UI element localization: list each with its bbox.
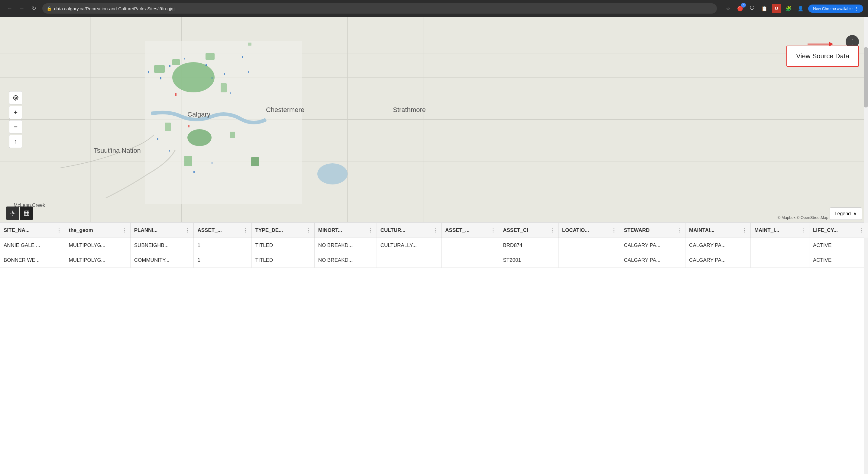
profile-button[interactable]: 👤 bbox=[796, 4, 805, 13]
col-menu-locatio[interactable]: ⋮ bbox=[612, 228, 616, 233]
svg-rect-20 bbox=[230, 132, 235, 138]
col-menu-cultur[interactable]: ⋮ bbox=[433, 228, 438, 233]
header-row: SITE_NA... ⋮ the_geom ⋮ PLANNI... bbox=[0, 223, 868, 238]
svg-rect-13 bbox=[154, 65, 165, 73]
col-menu-minort[interactable]: ⋮ bbox=[368, 228, 373, 233]
address-bar[interactable]: 🔒 data.calgary.ca/Recreation-and-Culture… bbox=[42, 3, 717, 13]
legend-chevron-icon: ∧ bbox=[853, 211, 857, 216]
cell-maintai: CALGARY PA... bbox=[685, 238, 751, 253]
svg-rect-17 bbox=[206, 53, 215, 60]
zoom-in-button[interactable]: + bbox=[9, 106, 22, 119]
svg-rect-27 bbox=[206, 64, 207, 66]
new-chrome-button[interactable]: New Chrome available ⋮ bbox=[808, 4, 863, 13]
svg-rect-30 bbox=[230, 92, 230, 94]
svg-rect-31 bbox=[242, 56, 243, 58]
svg-rect-16 bbox=[221, 83, 227, 92]
cell-steward: CALGARY PA... bbox=[620, 238, 685, 253]
map-controls: + − ↑ bbox=[9, 91, 22, 148]
col-menu-asset-1[interactable]: ⋮ bbox=[243, 228, 248, 233]
map-view-toggle bbox=[6, 206, 33, 220]
cell-planni: SUBNEIGHB... bbox=[130, 238, 194, 253]
col-life-cy[interactable]: LIFE_CY... ⋮ bbox=[809, 223, 868, 238]
svg-rect-34 bbox=[169, 150, 170, 151]
col-site-name[interactable]: SITE_NA... ⋮ bbox=[0, 223, 65, 238]
cell-type-de: TITLED bbox=[251, 238, 314, 253]
reload-button[interactable]: ↻ bbox=[29, 4, 39, 13]
chrome-menu-dots: ⋮ bbox=[855, 6, 858, 11]
cell-maint-i bbox=[750, 253, 809, 268]
table-body: ANNIE GALE ... MULTIPOLYG... SUBNEIGHB..… bbox=[0, 238, 868, 268]
col-asset-ci[interactable]: ASSET_CI ⋮ bbox=[499, 223, 558, 238]
col-locatio[interactable]: LOCATIO... ⋮ bbox=[558, 223, 620, 238]
svg-rect-18 bbox=[184, 156, 192, 166]
col-menu-the-geom[interactable]: ⋮ bbox=[122, 228, 127, 233]
col-asset-2[interactable]: ASSET_... ⋮ bbox=[441, 223, 499, 238]
col-menu-maint-i[interactable]: ⋮ bbox=[801, 228, 805, 233]
puzzle-button[interactable]: 🧩 bbox=[784, 4, 793, 13]
forward-button[interactable]: → bbox=[17, 4, 27, 13]
cell-asset-1: 1 bbox=[194, 238, 251, 253]
legend-label: Legend bbox=[835, 211, 851, 216]
ublock-button[interactable]: U bbox=[772, 4, 781, 13]
col-maint-i[interactable]: MAINT_I... ⋮ bbox=[750, 223, 809, 238]
col-minort[interactable]: MINORT... ⋮ bbox=[314, 223, 377, 238]
north-button[interactable]: ↑ bbox=[9, 135, 22, 148]
legend-button[interactable]: Legend ∧ bbox=[830, 207, 862, 220]
col-menu-type-de[interactable]: ⋮ bbox=[306, 228, 311, 233]
svg-rect-25 bbox=[169, 65, 170, 67]
data-table: SITE_NA... ⋮ the_geom ⋮ PLANNI... bbox=[0, 223, 868, 268]
col-menu-asset-ci[interactable]: ⋮ bbox=[550, 228, 555, 233]
cell-maintai: CALGARY PA... bbox=[685, 253, 751, 268]
col-menu-site-name[interactable]: ⋮ bbox=[57, 228, 61, 233]
cell-life-cy: ACTIVE bbox=[809, 253, 868, 268]
svg-rect-14 bbox=[172, 59, 180, 65]
cell-asset-2 bbox=[441, 238, 499, 253]
col-menu-life-cy[interactable]: ⋮ bbox=[859, 228, 864, 233]
col-menu-asset-2[interactable]: ⋮ bbox=[491, 228, 495, 233]
svg-rect-19 bbox=[165, 123, 171, 131]
svg-point-42 bbox=[12, 212, 13, 214]
cell-asset-ci: ST2001 bbox=[499, 253, 558, 268]
star-button[interactable]: ☆ bbox=[723, 4, 733, 13]
svg-point-12 bbox=[172, 62, 215, 92]
svg-rect-39 bbox=[248, 42, 251, 45]
col-asset-1[interactable]: ASSET_... ⋮ bbox=[194, 223, 251, 238]
svg-point-15 bbox=[187, 129, 212, 146]
svg-point-41 bbox=[13, 96, 18, 100]
svg-rect-43 bbox=[25, 211, 29, 215]
notes-button[interactable]: 📋 bbox=[760, 4, 769, 13]
view-source-data-popup[interactable]: View Source Data bbox=[786, 45, 859, 67]
url-text: data.calgary.ca/Recreation-and-Culture/P… bbox=[54, 6, 713, 11]
map-container[interactable]: Calgary Chestermere Strathmore Tsuut'ina… bbox=[0, 17, 868, 222]
svg-point-40 bbox=[15, 97, 17, 99]
col-maintai[interactable]: MAINTAI... ⋮ bbox=[685, 223, 751, 238]
map-svg bbox=[0, 17, 868, 222]
locate-button[interactable] bbox=[9, 91, 22, 104]
shield-button[interactable]: 🛡 bbox=[748, 4, 757, 13]
table-view-button[interactable] bbox=[20, 206, 33, 220]
cell-asset-2 bbox=[441, 253, 499, 268]
col-planni[interactable]: PLANNI... ⋮ bbox=[130, 223, 194, 238]
svg-rect-23 bbox=[148, 71, 149, 73]
map-view-button[interactable] bbox=[6, 206, 19, 220]
scrollbar[interactable] bbox=[864, 17, 868, 474]
zoom-out-button[interactable]: − bbox=[9, 120, 22, 133]
browser-icons: ☆ 🔴 3 🛡 📋 U 🧩 👤 New Chrome available ⋮ bbox=[723, 4, 863, 13]
table-row[interactable]: ANNIE GALE ... MULTIPOLYG... SUBNEIGHB..… bbox=[0, 238, 868, 253]
svg-rect-21 bbox=[175, 93, 177, 96]
cell-site-name: ANNIE GALE ... bbox=[0, 238, 65, 253]
col-type-de[interactable]: TYPE_DE... ⋮ bbox=[251, 223, 314, 238]
table-header: SITE_NA... ⋮ the_geom ⋮ PLANNI... bbox=[0, 223, 868, 238]
col-steward[interactable]: STEWARD ⋮ bbox=[620, 223, 685, 238]
cell-planni: COMMUNITY... bbox=[130, 253, 194, 268]
col-cultur[interactable]: CULTUR... ⋮ bbox=[377, 223, 441, 238]
col-the-geom[interactable]: the_geom ⋮ bbox=[65, 223, 130, 238]
col-menu-planni[interactable]: ⋮ bbox=[185, 228, 190, 233]
back-button[interactable]: ← bbox=[5, 4, 14, 13]
col-menu-maintai[interactable]: ⋮ bbox=[742, 228, 747, 233]
scrollbar-thumb[interactable] bbox=[864, 47, 868, 107]
svg-rect-35 bbox=[193, 171, 195, 173]
table-row[interactable]: BONNER WE... MULTIPOLYG... COMMUNITY... … bbox=[0, 253, 868, 268]
svg-rect-29 bbox=[224, 73, 225, 75]
col-menu-steward[interactable]: ⋮ bbox=[677, 228, 682, 233]
